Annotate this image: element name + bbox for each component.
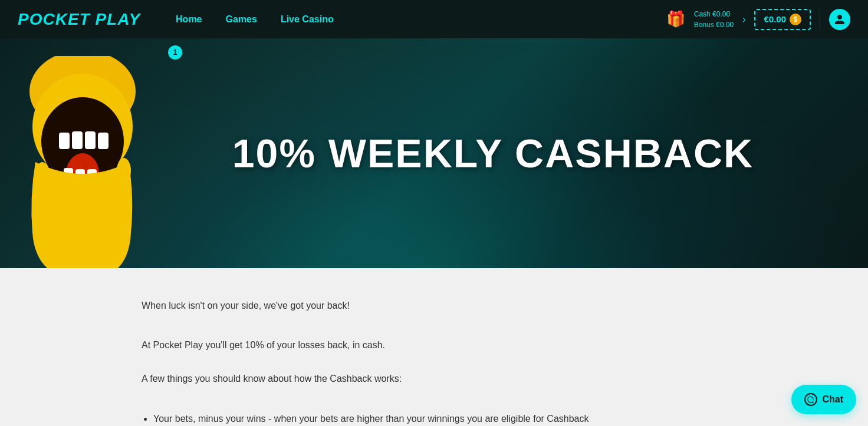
logo[interactable]: POCKET PLAY <box>18 10 140 29</box>
header: POCKET PLAY Home Games Live Casino 🎁 Cas… <box>0 0 868 38</box>
cash-amount: €0.00 <box>712 10 730 18</box>
bonus-label: Bonus <box>694 21 714 29</box>
chat-label: Chat <box>822 394 843 405</box>
chat-icon <box>804 393 817 406</box>
svg-point-14 <box>47 222 57 232</box>
mascot-image <box>0 56 165 268</box>
list-item-bets: Your bets, minus your wins - when your b… <box>153 411 726 426</box>
svg-rect-5 <box>72 131 83 149</box>
balance-amount: €0.00 <box>764 14 786 24</box>
intro-paragraph: When luck isn't on your side, we've got … <box>142 298 726 313</box>
coin-icon: $ <box>790 14 801 25</box>
notification-badge: 1 <box>168 45 182 60</box>
bonus-amount: €0.00 <box>716 21 734 29</box>
navigation: Home Games Live Casino <box>176 14 666 25</box>
nav-games[interactable]: Games <box>226 14 257 25</box>
cashback-intro: A few things you should know about how t… <box>142 371 726 387</box>
chat-button[interactable]: Chat <box>791 385 856 414</box>
header-right: 🎁 Cash €0.00 Bonus €0.00 › €0.00 $ <box>666 9 850 30</box>
cashback-list: Your bets, minus your wins - when your b… <box>142 411 726 426</box>
svg-rect-4 <box>59 133 70 149</box>
cash-info: Cash €0.00 Bonus €0.00 <box>694 9 734 30</box>
nav-home[interactable]: Home <box>176 14 202 25</box>
main-content: When luck isn't on your side, we've got … <box>0 268 868 426</box>
cash-label: Cash <box>694 10 711 18</box>
header-divider <box>820 9 820 29</box>
svg-point-12 <box>38 181 47 196</box>
expand-arrow[interactable]: › <box>742 14 745 25</box>
svg-rect-6 <box>85 131 96 149</box>
cashback-description: At Pocket Play you'll get 10% of your lo… <box>142 337 726 353</box>
svg-rect-7 <box>98 133 108 149</box>
nav-live-casino[interactable]: Live Casino <box>281 14 334 25</box>
user-avatar[interactable] <box>829 9 850 30</box>
gift-icon[interactable]: 🎁 <box>666 10 685 28</box>
hero-text: 10% WEEKLY CASHBACK <box>232 131 754 176</box>
svg-point-16 <box>53 242 59 247</box>
hero-title: 10% WEEKLY CASHBACK <box>232 131 754 176</box>
hero-banner: 1 10% WEEKLY CASHBACK <box>0 38 868 268</box>
svg-point-15 <box>74 250 81 257</box>
svg-point-13 <box>117 158 131 184</box>
balance-button[interactable]: €0.00 $ <box>754 9 811 30</box>
